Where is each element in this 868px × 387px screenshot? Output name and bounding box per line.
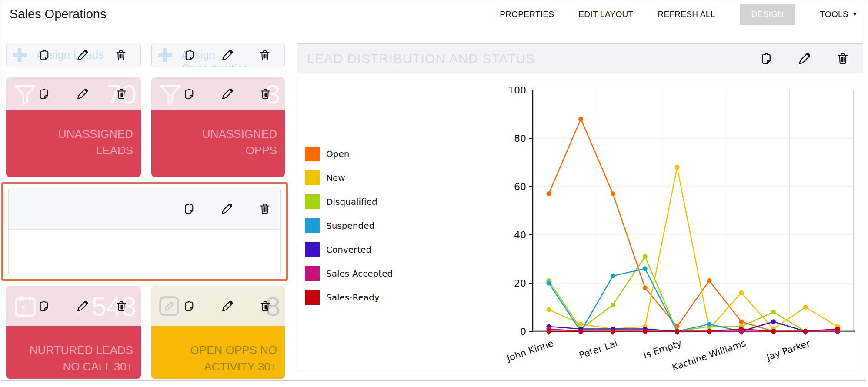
kpi-body: UNASSIGNED OPPS bbox=[151, 110, 285, 177]
kpi-header: 70 bbox=[6, 77, 141, 110]
page-title: Sales Operations bbox=[10, 7, 106, 21]
kpi-label: UNASSIGNED OPPS bbox=[151, 110, 285, 159]
legend-label: Sales-Ready bbox=[326, 292, 380, 303]
kpi-header: 3 bbox=[151, 77, 285, 110]
delete-trash-icon[interactable] bbox=[115, 300, 128, 313]
menu-tools-label: TOOLS bbox=[820, 10, 848, 19]
kpi-label: UNASSIGNED LEADS bbox=[6, 110, 141, 159]
menu-edit-layout[interactable]: EDIT LAYOUT bbox=[578, 10, 633, 19]
menu-design-active[interactable]: DESIGN bbox=[740, 4, 796, 25]
svg-text:John Kinne: John Kinne bbox=[504, 338, 554, 364]
widget-action-row bbox=[6, 77, 141, 110]
top-menu: PROPERTIES EDIT LAYOUT REFRESH ALL DESIG… bbox=[500, 4, 858, 25]
legend-swatch bbox=[305, 218, 320, 233]
chart-legend: OpenNewDisqualifiedSuspendedConvertedSal… bbox=[305, 147, 393, 305]
widget-assign-opportunities[interactable]: Assign Opportunities bbox=[151, 43, 285, 67]
panel-title: LEAD DISTRIBUTION AND STATUS bbox=[307, 51, 535, 66]
delete-trash-icon[interactable] bbox=[258, 49, 271, 62]
widget-action-row bbox=[183, 188, 271, 229]
legend-swatch bbox=[305, 194, 320, 209]
kpi-open-opps-no-activity[interactable]: 8 OPEN OPPS NO ACTIVITY 30+ bbox=[151, 286, 285, 379]
copy-icon[interactable] bbox=[183, 202, 196, 215]
edit-pencil-icon[interactable] bbox=[798, 52, 811, 66]
kpi-unassigned-opps[interactable]: 3 UNASSIGNED OPPS bbox=[151, 77, 285, 177]
copy-icon[interactable] bbox=[38, 49, 51, 62]
svg-text:100: 100 bbox=[508, 85, 526, 96]
edit-pencil-icon[interactable] bbox=[221, 87, 234, 100]
legend-item: Disqualified bbox=[305, 194, 393, 209]
edit-pencil-icon[interactable] bbox=[76, 49, 89, 62]
copy-icon[interactable] bbox=[183, 300, 196, 313]
kpi-nurtured-leads-no-call[interactable]: 7 543 NURTURED LEADS NO CALL 30+ bbox=[6, 286, 141, 379]
delete-trash-icon[interactable] bbox=[836, 52, 850, 66]
copy-icon[interactable] bbox=[37, 300, 50, 313]
chevron-down-icon: ▼ bbox=[852, 11, 858, 17]
legend-label: Disqualified bbox=[326, 197, 377, 207]
legend-item: New bbox=[305, 170, 393, 185]
legend-label: Open bbox=[326, 149, 349, 159]
svg-text:20: 20 bbox=[514, 278, 526, 289]
menu-tools[interactable]: TOOLS ▼ bbox=[820, 10, 858, 19]
legend-label: New bbox=[326, 173, 345, 183]
delete-trash-icon[interactable] bbox=[258, 202, 271, 215]
svg-text:Jay Parker: Jay Parker bbox=[765, 338, 812, 363]
svg-text:Is Empty: Is Empty bbox=[642, 338, 683, 360]
delete-trash-icon[interactable] bbox=[114, 49, 127, 62]
kpi-body: OPEN OPPS NO ACTIVITY 30+ bbox=[151, 326, 285, 379]
edit-pencil-icon[interactable] bbox=[76, 87, 89, 100]
edit-pencil-icon[interactable] bbox=[221, 49, 234, 62]
edit-pencil-icon[interactable] bbox=[221, 300, 234, 313]
legend-swatch bbox=[305, 147, 320, 161]
svg-text:0: 0 bbox=[520, 326, 526, 337]
svg-text:Peter Lai: Peter Lai bbox=[578, 338, 619, 361]
legend-item: Sales-Ready bbox=[305, 290, 393, 305]
copy-icon[interactable] bbox=[759, 52, 773, 66]
kpi-header: 8 bbox=[151, 286, 285, 326]
legend-item: Open bbox=[305, 147, 393, 161]
menu-refresh-all[interactable]: REFRESH ALL bbox=[658, 10, 715, 19]
delete-trash-icon[interactable] bbox=[115, 87, 128, 100]
sales-operations-dashboard: Sales Operations PROPERTIES EDIT LAYOUT … bbox=[0, 0, 868, 387]
widget-action-row bbox=[6, 286, 141, 326]
kpi-body: NURTURED LEADS NO CALL 30+ bbox=[6, 326, 141, 379]
kpi-unassigned-leads[interactable]: 70 UNASSIGNED LEADS bbox=[6, 77, 141, 177]
panel-header: LEAD DISTRIBUTION AND STATUS bbox=[297, 44, 863, 73]
kpi-label: NURTURED LEADS NO CALL 30+ bbox=[6, 326, 141, 375]
copy-icon[interactable] bbox=[183, 49, 196, 62]
widget-action-row bbox=[759, 44, 850, 73]
svg-text:40: 40 bbox=[514, 230, 526, 240]
legend-item: Sales-Accepted bbox=[305, 266, 393, 281]
panel-body: 020406080100John KinnePeter LaiIs EmptyK… bbox=[297, 73, 863, 372]
kpi-label: OPEN OPPS NO ACTIVITY 30+ bbox=[151, 326, 285, 375]
legend-swatch bbox=[305, 290, 320, 305]
legend-label: Sales-Accepted bbox=[326, 268, 393, 279]
widget-action-row bbox=[152, 43, 284, 67]
svg-text:Kachine Williams: Kachine Williams bbox=[671, 338, 747, 372]
legend-label: Suspended bbox=[326, 220, 374, 231]
lead-distribution-panel: LEAD DISTRIBUTION AND STATUS 02040608010… bbox=[297, 43, 863, 372]
delete-trash-icon[interactable] bbox=[259, 87, 272, 100]
legend-swatch bbox=[305, 242, 320, 257]
kpi-header: 7 543 bbox=[6, 286, 141, 326]
selected-empty-widget[interactable] bbox=[1, 182, 288, 281]
empty-widget-header bbox=[9, 188, 280, 230]
widget-action-row bbox=[7, 43, 140, 67]
empty-widget-card bbox=[8, 188, 281, 275]
menu-properties[interactable]: PROPERTIES bbox=[500, 10, 554, 19]
widget-assign-leads[interactable]: Assign Leads bbox=[6, 43, 141, 67]
widget-action-row bbox=[151, 77, 285, 110]
edit-pencil-icon[interactable] bbox=[220, 202, 234, 215]
legend-item: Suspended bbox=[305, 218, 393, 233]
legend-label: Converted bbox=[326, 244, 371, 255]
legend-item: Converted bbox=[305, 242, 393, 257]
copy-icon[interactable] bbox=[183, 87, 196, 100]
copy-icon[interactable] bbox=[37, 87, 50, 100]
edit-pencil-icon[interactable] bbox=[76, 300, 89, 313]
delete-trash-icon[interactable] bbox=[259, 300, 272, 313]
legend-swatch bbox=[305, 170, 320, 185]
svg-text:80: 80 bbox=[514, 133, 526, 144]
kpi-body: UNASSIGNED LEADS bbox=[6, 110, 141, 177]
svg-text:60: 60 bbox=[514, 181, 526, 192]
widget-action-row bbox=[151, 286, 285, 326]
legend-swatch bbox=[305, 266, 320, 281]
